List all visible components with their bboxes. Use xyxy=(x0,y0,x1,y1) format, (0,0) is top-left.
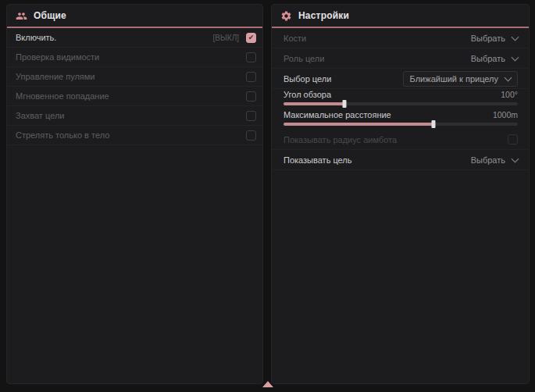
slider-value: 1000m xyxy=(493,110,518,119)
general-rows: Включить.[ВЫКЛ]✔Проверка видимостиУправл… xyxy=(7,28,262,145)
dropdown-value: Выбрать xyxy=(471,155,505,165)
users-icon xyxy=(16,10,27,22)
setting-label: Выбор цели xyxy=(284,74,331,84)
checkbox[interactable] xyxy=(508,134,518,144)
chevron-down-icon xyxy=(512,33,519,41)
setting-label: Проверка видимости xyxy=(16,52,99,62)
checkbox[interactable] xyxy=(246,111,256,121)
setting-row: Выбор целиБлижайший к прицелу xyxy=(272,69,529,89)
panel-general-header: Общие xyxy=(7,5,262,28)
setting-row: Угол обзора100° xyxy=(272,89,529,109)
setting-row: Управление пулями xyxy=(7,67,262,87)
setting-label: Включить. xyxy=(16,33,56,42)
row-controls: Выбрать xyxy=(471,54,518,63)
row-controls: [ВЫКЛ]✔ xyxy=(213,33,256,43)
slider-header: Угол обзора100° xyxy=(284,89,518,100)
checkbox[interactable]: ✔ xyxy=(246,33,256,43)
status-tag: [ВЫКЛ] xyxy=(213,34,239,42)
checkbox[interactable] xyxy=(246,72,256,82)
row-controls: Выбрать xyxy=(471,155,518,165)
chevron-down-icon xyxy=(512,53,519,61)
row-controls xyxy=(508,134,518,144)
row-controls xyxy=(246,130,256,141)
setting-label: Захват цели xyxy=(16,111,64,120)
panel-settings-header: Настройки xyxy=(272,5,529,28)
slider-fill xyxy=(284,123,433,126)
row-controls xyxy=(246,72,256,82)
gear-icon xyxy=(280,10,292,22)
slider-track[interactable] xyxy=(284,102,518,105)
setting-label: Стрелять только в тело xyxy=(16,130,109,140)
dropdown-value: Ближайший к прицелу xyxy=(410,74,498,84)
setting-label: Роль цели xyxy=(284,54,324,63)
setting-row: Стрелять только в тело xyxy=(7,126,262,145)
setting-label: Максимальное расстояние xyxy=(284,110,391,119)
slider-header: Максимальное расстояние1000m xyxy=(284,109,518,120)
slider-handle[interactable] xyxy=(343,100,347,108)
dropdown[interactable]: Выбрать xyxy=(471,34,518,43)
setting-row: Показывать цельВыбрать xyxy=(272,150,529,170)
checkbox[interactable] xyxy=(246,52,256,62)
panel-title: Общие xyxy=(34,10,66,21)
slider-fill xyxy=(284,102,344,105)
setting-row: Захват цели xyxy=(7,106,262,126)
setting-label: Кости xyxy=(284,34,306,43)
dropdown[interactable]: Ближайший к прицелу xyxy=(403,71,518,87)
row-controls xyxy=(246,91,256,102)
setting-row: Проверка видимости xyxy=(7,48,262,67)
dropdown-value: Выбрать xyxy=(471,34,505,43)
dropdown-value: Выбрать xyxy=(471,54,505,63)
setting-row: Мгновенное попадание xyxy=(7,87,262,106)
chevron-down-icon xyxy=(512,155,519,162)
setting-label: Показывать радиус аимбота xyxy=(284,135,397,144)
checkbox[interactable] xyxy=(246,130,256,141)
setting-row: Роль целиВыбрать xyxy=(272,48,529,69)
setting-row: КостиВыбрать xyxy=(272,28,529,48)
slider-value: 100° xyxy=(501,90,518,99)
setting-label: Управление пулями xyxy=(16,72,95,81)
setting-row: Максимальное расстояние1000m xyxy=(272,109,529,130)
dropdown[interactable]: Выбрать xyxy=(471,155,518,165)
checkmark-icon: ✔ xyxy=(248,34,255,41)
expand-arrow-icon[interactable] xyxy=(262,381,273,387)
row-controls: Выбрать xyxy=(471,34,518,43)
setting-row: Включить.[ВЫКЛ]✔ xyxy=(7,28,262,48)
row-controls xyxy=(246,52,256,62)
panel-general: Общие Включить.[ВЫКЛ]✔Проверка видимости… xyxy=(6,4,263,384)
setting-label: Показывать цель xyxy=(284,155,352,165)
setting-row: Показывать радиус аимбота xyxy=(272,130,529,150)
slider-handle[interactable] xyxy=(432,120,436,128)
checkbox[interactable] xyxy=(246,91,256,102)
slider-track[interactable] xyxy=(284,123,518,126)
setting-label: Мгновенное попадание xyxy=(16,91,109,101)
row-controls xyxy=(246,111,256,121)
setting-label: Угол обзора xyxy=(284,90,331,99)
row-controls: Ближайший к прицелу xyxy=(403,71,518,87)
settings-rows: КостиВыбратьРоль целиВыбратьВыбор целиБл… xyxy=(272,28,529,170)
dropdown[interactable]: Выбрать xyxy=(471,54,518,63)
panel-title: Настройки xyxy=(298,10,349,21)
panel-settings: Настройки КостиВыбратьРоль целиВыбратьВы… xyxy=(271,4,530,384)
chevron-down-icon xyxy=(505,73,512,81)
